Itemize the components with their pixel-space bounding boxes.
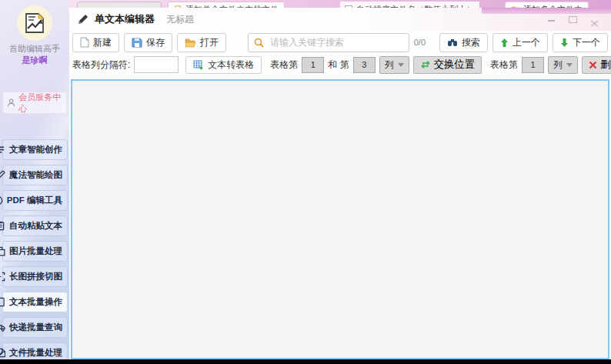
binoculars-icon xyxy=(447,38,458,47)
images-icon xyxy=(0,246,5,256)
app-name: 首助编辑高手 xyxy=(0,43,69,55)
pencil-icon xyxy=(77,13,89,25)
sidebar-item-label: 文件批量处理 xyxy=(9,347,62,359)
sidebar-item-label: 快递批量查询 xyxy=(9,322,62,333)
column-a-input[interactable] xyxy=(302,57,324,73)
separator-input[interactable] xyxy=(134,56,179,73)
open-button[interactable]: 打开 xyxy=(177,33,226,52)
sidebar-item-label: 图片批量处理 xyxy=(9,245,62,257)
search-button[interactable]: 搜索 xyxy=(439,33,488,52)
text-to-table-button[interactable]: 文本转表格 xyxy=(185,56,262,74)
file-edit-icon xyxy=(0,348,5,358)
notebook-icon xyxy=(0,297,5,307)
column-unit-label-b: 列 xyxy=(553,58,563,72)
column-unit-dropdown-a[interactable]: 列 xyxy=(379,56,409,74)
sidebar-item-magic-ai-drawing[interactable]: 魔法智能绘图 xyxy=(2,165,68,185)
auto-sort-checkbox-group[interactable]: 自动排序文件名（数值小到大） xyxy=(340,2,479,8)
panel-title: 单文本编辑器 xyxy=(95,12,155,26)
close-button[interactable] xyxy=(590,16,599,23)
editor-content[interactable] xyxy=(71,79,609,359)
sidebar-item-label: PDF 编辑工具 xyxy=(7,195,62,206)
sidebar-item-label: 长图拼接切图 xyxy=(9,271,62,282)
arrow-down-icon xyxy=(560,38,569,48)
outer-window-edge xyxy=(482,8,611,14)
previous-button[interactable]: 上一个 xyxy=(492,33,548,52)
sidebar-item-label: 文章智能创作 xyxy=(9,144,62,155)
chevron-down-icon xyxy=(398,63,404,67)
next-button-label: 下一个 xyxy=(573,36,600,49)
sidebar-item-text-batch-operations[interactable]: 文本批量操作 xyxy=(2,292,68,312)
app-logo xyxy=(16,5,53,42)
sidebar-item-article-ai-writing[interactable]: 文章智能创作 xyxy=(2,139,68,160)
sidebar-item-label: 自动粘贴文本 xyxy=(9,220,62,232)
chevron-down-icon xyxy=(566,63,573,67)
minimize-button[interactable] xyxy=(547,16,556,23)
add-single-folder-files-button[interactable]: 添加单个文件夹中的文件 xyxy=(168,2,285,8)
arrow-up-icon xyxy=(500,38,509,48)
new-button[interactable]: 新建 xyxy=(72,33,119,52)
sidebar-item-label: 魔法智能绘图 xyxy=(9,169,62,181)
column-unit-label-a: 列 xyxy=(385,58,394,72)
member-service-center-label: 会员服务中心 xyxy=(18,92,62,115)
table-toolbar: 表格列分隔符: 文本转表格 表格第 和 第 列 交换位置 表格第 列 删除 文本… xyxy=(69,54,611,75)
crop-frame-icon xyxy=(0,272,5,282)
swap-icon xyxy=(420,60,431,69)
sidebar-item-label: 文本批量操作 xyxy=(9,296,62,308)
column-c-input[interactable] xyxy=(522,57,544,73)
table-no-label-a: 表格第 xyxy=(270,58,298,72)
swap-position-label: 交换位置 xyxy=(434,58,475,72)
delete-button[interactable]: 删除 xyxy=(582,56,611,74)
app-logo-icon xyxy=(16,5,53,42)
column-unit-dropdown-b[interactable]: 列 xyxy=(548,56,578,74)
truck-icon xyxy=(0,322,5,332)
sidebar-item-long-image-stitch-cut[interactable]: 长图拼接切图 xyxy=(2,266,68,287)
swap-position-button[interactable]: 交换位置 xyxy=(413,56,482,74)
file-toolbar: 新建 保存 打开 0/0 搜索 上一个 下一个 xyxy=(69,31,611,54)
save-icon xyxy=(132,37,142,48)
open-folder-icon xyxy=(185,38,196,48)
separator-label: 表格列分隔符: xyxy=(72,58,130,72)
save-button[interactable]: 保存 xyxy=(124,33,172,52)
person-icon xyxy=(7,98,15,108)
next-button[interactable]: 下一个 xyxy=(553,33,608,52)
close-icon xyxy=(590,20,599,27)
sidebar-item-pdf-tools[interactable]: PDF 编辑工具 xyxy=(2,190,68,211)
search-button-label: 搜索 xyxy=(462,36,480,49)
new-button-label: 新建 xyxy=(93,36,112,49)
editor-panel-titlebar: 单文本编辑器 无标题 xyxy=(69,8,611,31)
delete-button-label: 删除 xyxy=(600,58,611,72)
sidebar-item-image-batch-processing[interactable]: 图片批量处理 xyxy=(2,241,68,262)
lines-icon xyxy=(0,145,5,155)
previous-button-label: 上一个 xyxy=(513,36,540,49)
clipboard-icon xyxy=(0,221,5,231)
sidebar-item-express-batch-query[interactable]: 快递批量查询 xyxy=(2,317,68,338)
sidebar-item-auto-paste-text[interactable]: 自动粘贴文本 xyxy=(2,215,68,236)
bottom-edge-bar xyxy=(0,359,611,364)
search-input[interactable] xyxy=(269,36,403,48)
window-controls xyxy=(547,16,599,23)
save-button-label: 保存 xyxy=(146,36,165,49)
delete-x-icon xyxy=(589,61,597,69)
text-to-table-label: 文本转表格 xyxy=(208,58,254,72)
column-b-input[interactable] xyxy=(353,57,376,73)
sidebar-menu: 文章智能创作 魔法智能绘图 PDF 编辑工具 自动粘贴文本 图片批量处理 长图拼… xyxy=(2,139,68,364)
new-file-icon xyxy=(80,37,89,48)
search-icon xyxy=(254,38,264,48)
table-convert-icon xyxy=(193,60,204,70)
member-service-center-button[interactable]: 会员服务中心 xyxy=(2,92,67,114)
and-label: 和 第 xyxy=(328,58,349,72)
user-name: 是珍啊 xyxy=(0,55,69,66)
partial-button[interactable] xyxy=(77,2,162,8)
document-title: 无标题 xyxy=(166,13,194,26)
pen-icon xyxy=(0,170,5,180)
circle-a-icon xyxy=(0,195,3,205)
add-multiple-folders-button[interactable]: 添加多个文件夹 xyxy=(505,2,589,8)
maximize-button[interactable] xyxy=(569,16,577,23)
open-button-label: 打开 xyxy=(200,36,219,49)
search-match-count: 0/0 xyxy=(414,38,426,47)
search-box xyxy=(248,33,409,52)
table-no-label-b: 表格第 xyxy=(490,58,518,72)
sidebar: 首助编辑高手 是珍啊 会员服务中心 文章智能创作 魔法智能绘图 PDF 编辑工具… xyxy=(0,0,69,359)
outer-window-toolbar: 添加单个文件夹中的文件 自动排序文件名（数值小到大） 添加多个文件夹 xyxy=(69,0,611,8)
